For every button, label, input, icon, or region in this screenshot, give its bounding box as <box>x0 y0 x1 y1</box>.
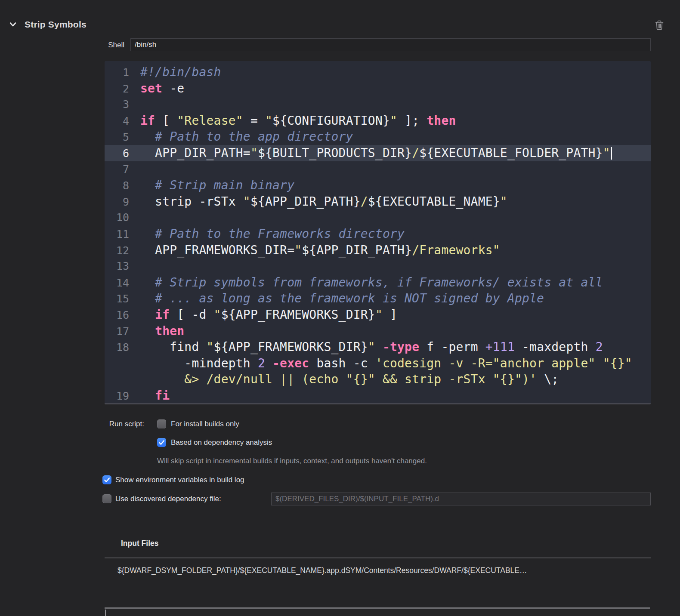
code-text: set -e <box>129 80 184 97</box>
code-line[interactable]: 7 <box>105 161 651 178</box>
line-number: 8 <box>105 178 129 194</box>
line-number: 14 <box>105 275 129 291</box>
text-cursor <box>611 147 612 160</box>
code-line[interactable]: 13 <box>105 258 651 274</box>
shell-input[interactable] <box>130 38 651 51</box>
line-number: 17 <box>105 323 129 340</box>
code-line[interactable]: 10 <box>105 209 651 226</box>
code-text: find "${APP_FRAMEWORKS_DIR}" -type f -pe… <box>129 339 603 355</box>
line-number: 19 <box>105 388 129 404</box>
code-text: APP_DIR_PATH="${BUILT_PRODUCTS_DIR}/${EX… <box>129 145 612 161</box>
line-number: 11 <box>105 226 129 243</box>
code-line[interactable]: 16 if [ -d "${APP_FRAMEWORKS_DIR}" ] <box>105 307 651 323</box>
line-number: 13 <box>105 258 129 274</box>
line-number: 12 <box>105 243 129 259</box>
show-env-vars-checkbox[interactable] <box>102 475 111 484</box>
code-line[interactable]: 8 # Strip main binary <box>105 177 651 194</box>
chevron-down-icon[interactable] <box>9 21 17 28</box>
phase-header: Strip Symbols <box>0 9 680 22</box>
line-number: 4 <box>105 113 129 129</box>
code-line[interactable]: 6 APP_DIR_PATH="${BUILT_PRODUCTS_DIR}/${… <box>105 145 651 161</box>
code-line[interactable]: 9 strip -rSTx "${APP_DIR_PATH}/${EXECUTA… <box>105 194 651 210</box>
code-line[interactable]: 4if [ "Release" = "${CONFIGURATION}" ]; … <box>105 113 651 129</box>
code-line[interactable]: 18 find "${APP_FRAMEWORKS_DIR}" -type f … <box>105 339 651 355</box>
code-line[interactable]: 19 fi <box>105 388 651 404</box>
code-text: then <box>129 323 184 339</box>
code-text: if [ "Release" = "${CONFIGURATION}" ]; t… <box>129 113 456 129</box>
line-number: 15 <box>105 291 129 307</box>
code-text: # Path to the app directory <box>129 129 353 145</box>
line-number: 6 <box>105 145 129 162</box>
line-number: 16 <box>105 307 129 323</box>
code-line[interactable]: -mindepth 2 -exec bash -c 'codesign -v -… <box>105 355 651 372</box>
line-number: 1 <box>105 65 129 81</box>
input-files-bottom-divider <box>105 607 650 609</box>
install-builds-only-checkbox[interactable] <box>157 419 166 428</box>
code-text: &> /dev/null || (echo "{}" && strip -rST… <box>129 371 559 388</box>
dependency-analysis-label: Based on dependency analysis <box>171 438 272 447</box>
run-script-label: Run script: <box>102 419 144 428</box>
code-text: # Strip main binary <box>129 177 294 194</box>
code-line[interactable]: 15 # ... as long as the framework is NOT… <box>105 290 651 307</box>
code-line[interactable]: 14 # Strip symbols from frameworks, if F… <box>105 274 651 291</box>
code-line[interactable]: 2set -e <box>105 80 651 97</box>
dependency-analysis-checkbox[interactable] <box>157 438 166 447</box>
line-number: 5 <box>105 129 129 145</box>
code-text: fi <box>129 388 170 404</box>
code-line[interactable]: 3 <box>105 96 651 113</box>
input-files-title: Input Files <box>121 539 159 548</box>
discovered-dependency-file-input[interactable] <box>271 493 651 505</box>
code-text: if [ -d "${APP_FRAMEWORKS_DIR}" ] <box>129 307 397 323</box>
line-number: 18 <box>105 339 129 356</box>
discovered-dependency-label: Use discovered dependency file: <box>115 494 221 503</box>
code-text: # Path to the Frameworks directory <box>129 226 405 242</box>
script-editor[interactable]: 1#!/bin/bash2set -e34if [ "Release" = "$… <box>105 61 651 404</box>
line-number: 3 <box>105 96 129 113</box>
code-line[interactable]: 12 APP_FRAMEWORKS_DIR="${APP_DIR_PATH}/F… <box>105 242 651 259</box>
code-line[interactable]: 11 # Path to the Frameworks directory <box>105 226 651 242</box>
code-line[interactable]: 17 then <box>105 323 651 339</box>
edit-cursor <box>105 610 106 616</box>
code-text: # Strip symbols from frameworks, if Fram… <box>129 274 603 291</box>
code-text: strip -rSTx "${APP_DIR_PATH}/${EXECUTABL… <box>129 194 507 210</box>
line-number: 10 <box>105 209 129 226</box>
code-text: # ... as long as the framework is NOT si… <box>129 290 544 307</box>
line-number: 7 <box>105 161 129 178</box>
line-number: 2 <box>105 81 129 97</box>
code-line[interactable]: 1#!/bin/bash <box>105 64 651 80</box>
input-files-list[interactable]: ${DWARF_DSYM_FOLDER_PATH}/${EXECUTABLE_N… <box>105 558 651 607</box>
line-number: 9 <box>105 194 129 210</box>
shell-label: Shell <box>102 41 124 49</box>
install-builds-only-label: For install builds only <box>171 419 239 428</box>
trash-icon[interactable] <box>654 19 665 31</box>
show-env-vars-label: Show environment variables in build log <box>115 475 244 484</box>
code-text: #!/bin/bash <box>129 64 221 80</box>
input-file-path: ${DWARF_DSYM_FOLDER_PATH}/${EXECUTABLE_N… <box>117 566 527 575</box>
dependency-analysis-note: Will skip script in incremental builds i… <box>157 457 427 465</box>
code-line[interactable]: &> /dev/null || (echo "{}" && strip -rST… <box>105 371 651 388</box>
discovered-dependency-checkbox[interactable] <box>102 494 111 503</box>
code-text: -mindepth 2 -exec bash -c 'codesign -v -… <box>129 355 632 372</box>
phase-title: Strip Symbols <box>25 19 87 30</box>
code-line[interactable]: 5 # Path to the app directory <box>105 129 651 145</box>
code-text: APP_FRAMEWORKS_DIR="${APP_DIR_PATH}/Fram… <box>129 242 500 259</box>
